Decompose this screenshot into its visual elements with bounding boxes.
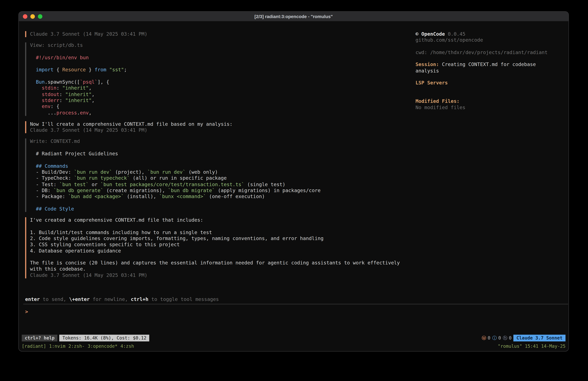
session-title: Session: Creating CONTEXT.md for codebas… (416, 62, 550, 74)
assistant-summary-block: I've created a comprehensive CONTEXT.md … (25, 217, 416, 278)
minimize-window-button[interactable] (30, 14, 35, 19)
text-line: stderr: "inherit", (30, 97, 416, 104)
chat-transcript: Claude 3.7 Sonnet (14 May 2025 03:41 PM)… (22, 31, 416, 284)
text-line: Claude 3.7 Sonnet (14 May 2025 03:41 PM) (30, 31, 416, 37)
text-line: 1. Build/lint/test commands including ho… (30, 229, 416, 236)
help-shortcut-badge[interactable]: ctrl+? help (22, 335, 58, 341)
text-line: Write: CONTEXT.md (30, 139, 416, 145)
status-bar-left: ctrl+? help Tokens: 16.4K (8%), Cost: $0… (22, 335, 149, 341)
text-line (30, 145, 416, 151)
tmux-window-zsh4[interactable]: 4:zsh (121, 344, 134, 349)
status-bar: ctrl+? help Tokens: 16.4K (8%), Cost: $0… (22, 335, 566, 341)
text-line: # Radiant Project Guidelines (30, 151, 416, 157)
assistant-header-block: Claude 3.7 Sonnet (14 May 2025 03:41 PM) (25, 31, 416, 37)
window-title: [2/3] radiant:3:opencode - "romulus" (19, 14, 568, 19)
text-line: ## Code Style (30, 206, 416, 212)
warning-count: 0 (488, 336, 490, 341)
text-line: Now I'll create a comprehensive CONTEXT.… (30, 121, 416, 127)
diagnostic-info: ⓘ 0 (492, 335, 501, 341)
tokens-cost-badge: Tokens: 16.4K (8%), Cost: $0.12 (59, 335, 149, 341)
zoom-window-button[interactable] (38, 14, 42, 19)
hint-icon: ⓗ (503, 335, 507, 341)
model-badge[interactable]: Claude 3.7 Sonnet (513, 335, 566, 341)
text-line: - DB: `bun db generate` (create migratio… (30, 188, 416, 194)
text-line: ...process.env, (30, 110, 416, 116)
text-line: 2. Code style guidelines covering import… (30, 236, 416, 242)
diagnostic-hints: ⓗ 0 (503, 335, 511, 341)
repo-link: github.com/sst/opencode (416, 37, 566, 44)
diagnostic-warnings: Ⓦ 0 (482, 335, 490, 341)
assistant-message-block: Now I'll create a comprehensive CONTEXT.… (25, 121, 416, 133)
input-divider (23, 304, 568, 304)
tmux-windows: [radiant] 1:nvim 2:zsh- 3:opencode* 4:zs… (22, 344, 134, 349)
tmux-status-bar: [radiant] 1:nvim 2:zsh- 3:opencode* 4:zs… (22, 343, 566, 349)
text-line: with this codebase. (30, 266, 416, 272)
text-line: Claude 3.7 Sonnet (14 May 2025 03:41 PM) (30, 272, 416, 278)
screen: [2/3] radiant:3:opencode - "romulus" Cla… (0, 0, 588, 381)
text-line: ## Commands (30, 163, 416, 169)
text-line: stdin: "inherit", (30, 85, 416, 91)
terminal-content: Claude 3.7 Sonnet (14 May 2025 03:41 PM)… (19, 21, 568, 351)
modified-files-empty: No modified files (416, 104, 566, 111)
info-count: 0 (498, 336, 501, 341)
text-line (30, 157, 416, 163)
info-icon: ⓘ (492, 335, 497, 341)
terminal-window: [2/3] radiant:3:opencode - "romulus" Cla… (18, 11, 569, 352)
text-line: The file is concise (20 lines) and captu… (30, 260, 416, 266)
tmux-window-opencode[interactable]: 3:opencode* (88, 344, 117, 349)
prompt-icon: > (25, 309, 28, 314)
text-line: - Package: `bun add <package>` (install)… (30, 194, 416, 200)
text-line (30, 223, 416, 229)
tmux-window-zsh2[interactable]: 2:zsh- (68, 344, 85, 349)
input-empty-area[interactable] (22, 315, 566, 335)
text-line: #!/usr/bin/env bun (30, 55, 416, 61)
modified-files-header: Modified Files: (416, 98, 566, 105)
tmux-window-nvim[interactable]: 1:nvim (49, 344, 65, 349)
text-line (30, 200, 416, 206)
tmux-host-clock: "romulus" 15:41 14-May-25 (498, 344, 566, 349)
text-line (30, 49, 416, 55)
text-line: env: { (30, 104, 416, 110)
text-line (30, 254, 416, 260)
text-line: I've created a comprehensive CONTEXT.md … (30, 217, 416, 224)
cwd-path: cwd: /home/thdxr/dev/projects/radiant/ra… (416, 49, 566, 56)
session-sidebar: © OpenCode 0.0.45 github.com/sst/opencod… (416, 31, 566, 284)
text-line (30, 73, 416, 79)
hint-count: 0 (509, 336, 511, 341)
text-line: stdout: "inherit", (30, 91, 416, 97)
text-line: 3. CSS styling conventions specific to t… (30, 242, 416, 248)
tool-write-block: Write: CONTEXT.md # Radiant Project Guid… (25, 139, 416, 212)
text-line (30, 61, 416, 67)
input-help-line: enter to send, \+enter for newline, ctrl… (25, 296, 566, 303)
lsp-servers-header: LSP Servers (416, 80, 566, 86)
text-line: View: script/db.ts (30, 43, 416, 49)
status-bar-right: Ⓦ 0 ⓘ 0 ⓗ 0 Claude 3.7 Sonnet (482, 335, 566, 341)
text-line: Bun.spawnSync([`psql`], { (30, 79, 416, 85)
tool-view-block: View: script/db.ts #!/usr/bin/env bun im… (25, 43, 416, 116)
tmux-session-name: [radiant] (22, 344, 46, 349)
warning-icon: Ⓦ (482, 335, 486, 341)
text-line: import { Resource } from "sst"; (30, 67, 416, 73)
text-line: - Test: `bun test` or `bun test packages… (30, 181, 416, 188)
content-row: Claude 3.7 Sonnet (14 May 2025 03:41 PM)… (22, 21, 566, 284)
text-line: - Build/Dev: `bun run dev` (project), `b… (30, 169, 416, 175)
traffic-lights (19, 14, 42, 19)
text-line: - TypeCheck: `bun run typecheck` (all) o… (30, 175, 416, 181)
message-input[interactable]: > (25, 309, 566, 315)
close-window-button[interactable] (23, 14, 27, 19)
window-titlebar[interactable]: [2/3] radiant:3:opencode - "romulus" (19, 12, 568, 21)
text-line: 4. Database operations guidance (30, 248, 416, 254)
opencode-logo: © OpenCode 0.0.45 (416, 31, 566, 37)
text-line: Claude 3.7 Sonnet (14 May 2025 03:41 PM) (30, 127, 416, 133)
